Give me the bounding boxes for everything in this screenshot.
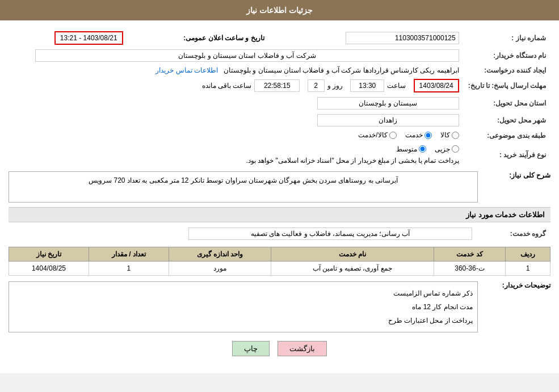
- purchase-note-container: پرداخت تمام یا بخشی از مبلغ خریدار از مح…: [13, 157, 459, 165]
- cell-code: ت-36-360: [434, 262, 506, 276]
- need-number-value-cell: 1103003571000125: [276, 29, 464, 47]
- purchase-partial-label: جزیی: [435, 145, 450, 153]
- creator-value: ابراهیمه ریکی کارشناس قراردادها شرکت آب …: [224, 66, 459, 74]
- row-province: استان محل تحویل: سیستان و بلوچستان: [9, 95, 550, 112]
- purchase-type-radio-group: جزیی متوسط: [396, 145, 459, 153]
- buyer-notes-content: ذکر شماره تماس الزامیست مدت انجام کار 12…: [9, 281, 478, 332]
- response-days: 2: [308, 79, 325, 92]
- buyer-org-value: شرکت آب و فاضلاب استان سیستان و بلوچستان: [35, 49, 459, 62]
- col-count-header: تعداد / مقدار: [89, 247, 169, 262]
- response-time-label: ساعت: [387, 82, 406, 90]
- buyer-notes-row: توضیحات خریدار: ذکر شماره تماس الزامیست …: [9, 281, 550, 332]
- cell-unit: مورد: [169, 262, 271, 276]
- col-unit-header: واحد اندازه گیری: [169, 247, 271, 262]
- creator-label: ایجاد کننده درخواست:: [464, 64, 550, 77]
- need-desc-row: شرح کلی نیاز: آبرسانی به روستاهای سردن ب…: [9, 171, 550, 203]
- category-goods-service-option[interactable]: کالا/خدمت: [358, 131, 396, 139]
- announce-value: 1403/08/21 - 13:21: [54, 31, 123, 45]
- buyer-notes-line1: ذکر شماره تماس الزامیست: [14, 286, 473, 300]
- city-value: زاهدان: [317, 114, 459, 127]
- row-service-group: گروه خدمت: آب رسانی؛ مدیریت پسماند، فاضل…: [9, 225, 550, 242]
- need-number-label: شماره نیاز :: [464, 29, 550, 47]
- purchase-partial-radio[interactable]: [452, 145, 459, 153]
- province-label: استان محل تحویل:: [464, 95, 550, 112]
- purchase-medium-radio[interactable]: [419, 145, 426, 153]
- row-creator: ایجاد کننده درخواست: ابراهیمه ریکی کارشن…: [9, 64, 550, 77]
- category-value-cell: کالا خدمت کالا/خدمت: [9, 129, 464, 143]
- row-deadline: مهلت ارسال پاسخ: تا تاریخ: 1403/08/24 سا…: [9, 77, 550, 95]
- need-desc-label: شرح کلی نیاز:: [482, 171, 550, 179]
- purchase-type-label: نوع فرآیند خرید :: [464, 143, 550, 167]
- cell-row: 1: [506, 262, 550, 276]
- response-date: 1403/08/24: [414, 79, 459, 92]
- category-service-radio[interactable]: [424, 132, 432, 139]
- service-group-table: گروه خدمت: آب رسانی؛ مدیریت پسماند، فاضل…: [9, 225, 550, 242]
- service-group-value-cell: آب رسانی؛ مدیریت پسماند، فاضلاب و فعالیت…: [9, 225, 477, 242]
- page-title: جزئیات اطلاعات نیاز: [246, 6, 313, 15]
- services-table-body: 1ت-36-360جمع آوری، تصفیه و تامین آبمورد1…: [9, 262, 550, 276]
- buyer-notes-label: توضیحات خریدار:: [482, 281, 550, 289]
- row-buyer-org: نام دستگاه خریدار: شرکت آب و فاضلاب استا…: [9, 47, 550, 64]
- col-name-header: نام خدمت: [271, 247, 434, 262]
- row-purchase-type: نوع فرآیند خرید : جزیی متوسط پرداخت: [9, 143, 550, 167]
- announce-label: تاریخ و ساعت اعلان عمومی:: [183, 34, 264, 42]
- services-table: ردیف کد خدمت نام خدمت واحد اندازه گیری ت…: [9, 247, 550, 276]
- col-code-header: کد خدمت: [434, 247, 506, 262]
- back-button[interactable]: بازگشت: [278, 341, 327, 356]
- services-table-header: ردیف کد خدمت نام خدمت واحد اندازه گیری ت…: [9, 247, 550, 262]
- row-category: طبقه بندی موضوعی: کالا خدمت: [9, 129, 550, 143]
- response-remaining-label: ساعت باقی مانده: [202, 82, 252, 90]
- announce-value-cell: 1403/08/21 - 13:21: [9, 29, 128, 47]
- category-goods-radio[interactable]: [452, 132, 459, 139]
- purchase-medium-label: متوسط: [396, 145, 417, 153]
- purchase-note: پرداخت تمام یا بخشی از مبلغ خریدار از مح…: [246, 157, 459, 165]
- need-desc-value: آبرسانی به روستاهای سردن بخش مهرگان شهرس…: [9, 171, 478, 203]
- response-days-label: روز و: [327, 82, 343, 90]
- category-goods-option[interactable]: کالا: [440, 131, 459, 139]
- deadline-inline: 1403/08/24 ساعت 13:30 روز و 2 22:58:15 س…: [202, 79, 459, 92]
- main-container: جزئیات اطلاعات نیاز شماره نیاز : 1103003…: [0, 0, 559, 373]
- buyer-org-label: نام دستگاه خریدار:: [464, 47, 550, 64]
- cell-name: جمع آوری، تصفیه و تامین آب: [271, 262, 434, 276]
- contact-link[interactable]: اطلاعات تماس خریدار: [155, 66, 218, 74]
- purchase-medium-option[interactable]: متوسط: [396, 145, 426, 153]
- deadline-label: مهلت ارسال پاسخ: تا تاریخ:: [464, 77, 550, 95]
- buyer-notes-line3: پرداخت از محل اعتبارات طرح: [14, 314, 473, 327]
- purchase-partial-option[interactable]: جزیی: [435, 145, 459, 153]
- province-value: سیستان و بلوچستان: [317, 97, 459, 109]
- city-value-cell: زاهدان: [9, 112, 464, 129]
- response-time: 13:30: [350, 79, 384, 92]
- announce-label-cell: تاریخ و ساعت اعلان عمومی:: [128, 29, 276, 47]
- deadline-value-cell: 1403/08/24 ساعت 13:30 روز و 2 22:58:15 س…: [9, 77, 464, 95]
- category-goods-service-label: کالا/خدمت: [358, 131, 387, 139]
- service-info-section-header: اطلاعات خدمات مورد نیاز: [9, 207, 550, 222]
- service-group-label: گروه خدمت:: [477, 225, 550, 242]
- category-label: طبقه بندی موضوعی:: [464, 129, 550, 143]
- category-goods-service-radio[interactable]: [389, 132, 397, 139]
- services-header-row: ردیف کد خدمت نام خدمت واحد اندازه گیری ت…: [9, 247, 550, 262]
- button-row: بازگشت چاپ: [9, 332, 550, 365]
- need-number-value: 1103003571000125: [346, 32, 459, 44]
- category-goods-label: کالا: [440, 131, 450, 139]
- col-date-header: تاریخ نیاز: [9, 247, 89, 262]
- category-service-option[interactable]: خدمت: [405, 131, 432, 139]
- table-row: 1ت-36-360جمع آوری، تصفیه و تامین آبمورد1…: [9, 262, 550, 276]
- creator-value-cell: ابراهیمه ریکی کارشناس قراردادها شرکت آب …: [9, 64, 464, 77]
- category-radio-group: کالا خدمت کالا/خدمت: [358, 131, 459, 139]
- service-info-label: اطلاعات خدمات مورد نیاز: [466, 210, 545, 219]
- buyer-notes-line2: مدت انجام کار 12 ماه: [14, 300, 473, 314]
- service-group-value: آب رسانی؛ مدیریت پسماند، فاضلاب و فعالیت…: [188, 227, 472, 240]
- col-row-header: ردیف: [506, 247, 550, 262]
- row-need-number: شماره نیاز : 1103003571000125 تاریخ و سا…: [9, 29, 550, 47]
- row-city: شهر محل تحویل: زاهدان: [9, 112, 550, 129]
- province-value-cell: سیستان و بلوچستان: [9, 95, 464, 112]
- page-header: جزئیات اطلاعات نیاز: [0, 0, 559, 20]
- cell-date: 1404/08/25: [9, 262, 89, 276]
- category-service-label: خدمت: [405, 131, 423, 139]
- response-remaining: 22:58:15: [254, 79, 300, 92]
- buyer-org-value-cell: شرکت آب و فاضلاب استان سیستان و بلوچستان: [9, 47, 464, 64]
- content-area: شماره نیاز : 1103003571000125 تاریخ و سا…: [0, 20, 559, 373]
- purchase-type-cell: جزیی متوسط پرداخت تمام یا بخشی از مبلغ خ…: [9, 143, 464, 167]
- city-label: شهر محل تحویل:: [464, 112, 550, 129]
- print-button[interactable]: چاپ: [232, 341, 270, 356]
